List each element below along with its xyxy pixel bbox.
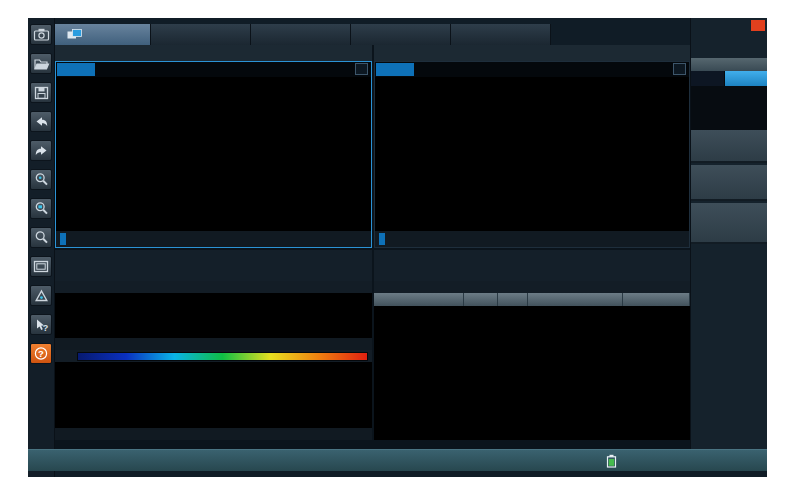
tab-multiview[interactable] — [55, 24, 151, 45]
open-folder-icon[interactable] — [30, 53, 52, 74]
zoom-area-icon[interactable] — [30, 198, 52, 219]
vna2-window[interactable] — [374, 61, 690, 248]
spectrogram-titlebar[interactable] — [55, 350, 372, 362]
table-row[interactable] — [374, 319, 690, 332]
continuous-sequence-button[interactable] — [691, 130, 767, 163]
battery-icon — [606, 454, 617, 468]
sequencer-toggle — [691, 71, 767, 86]
marker-table-rows — [374, 306, 690, 332]
tab-spectrum[interactable] — [351, 24, 451, 45]
spectrogram-plot[interactable] — [55, 362, 372, 428]
sidebar-spacer — [691, 86, 767, 130]
window-select[interactable] — [673, 63, 686, 75]
help-icon[interactable]: ? — [30, 343, 52, 364]
main-panels — [55, 45, 690, 449]
tab-spectrum2[interactable] — [451, 24, 551, 45]
svg-text:?: ? — [42, 322, 48, 332]
instrument-window: ? ? — [28, 18, 767, 477]
single-sequence-button[interactable] — [691, 165, 767, 201]
battery-indicator — [606, 454, 621, 468]
screenshot-root: { "chrome": { "close_glyph": "×", "caret… — [0, 0, 790, 496]
sequencer-on-button[interactable] — [691, 71, 725, 86]
close-icon[interactable] — [751, 20, 765, 31]
left-column — [55, 45, 372, 449]
channel-tab-bar — [55, 24, 690, 45]
save-icon[interactable] — [30, 82, 52, 103]
svg-text:?: ? — [38, 348, 44, 359]
spectrogram-footer — [55, 428, 372, 440]
zoom-off-icon[interactable] — [30, 227, 52, 248]
channel-badge[interactable] — [379, 233, 385, 245]
toolbar: ? ? — [28, 18, 55, 477]
spectrum-panel-title — [55, 250, 122, 281]
tab-vna2[interactable] — [251, 24, 351, 45]
frequency-sweep-titlebar[interactable] — [55, 281, 372, 293]
marker-table-header — [374, 293, 690, 306]
vna2-trace-header — [375, 62, 689, 77]
spectrum-header — [55, 250, 372, 281]
vna-trace-header — [56, 62, 371, 77]
vna-window[interactable] — [55, 61, 372, 248]
zoom-icon[interactable] — [30, 169, 52, 190]
status-bar — [28, 449, 767, 471]
undo-icon[interactable] — [30, 111, 52, 132]
vna2-footer — [375, 231, 689, 247]
sequencer-label — [691, 58, 767, 71]
channel-badge[interactable] — [60, 233, 66, 245]
spectrum2-header — [374, 250, 690, 281]
spectrogram-color-legend — [77, 352, 368, 361]
sequencer-off-button[interactable] — [725, 71, 767, 86]
marker-table-titlebar[interactable] — [374, 281, 690, 293]
spectrum2-empty-area — [374, 332, 690, 440]
frequency-sweep-plot[interactable] — [55, 293, 372, 338]
vna-footer — [56, 231, 371, 247]
camera-icon[interactable] — [30, 24, 52, 45]
vna-plot[interactable] — [56, 77, 371, 232]
chan-setup-defined-sequence-button[interactable] — [691, 203, 767, 244]
smith-chart-plot[interactable] — [375, 77, 689, 232]
display-icon[interactable] — [30, 256, 52, 277]
redo-icon[interactable] — [30, 140, 52, 161]
help-pointer-icon[interactable]: ? — [30, 314, 52, 335]
spectrum2-panel-title — [374, 250, 441, 281]
softkey-sidebar — [690, 18, 767, 449]
window-select[interactable] — [355, 63, 368, 75]
frequency-sweep-footer — [55, 338, 372, 350]
vna-panel-title — [55, 45, 372, 61]
vna2-panel-title — [374, 45, 690, 61]
sequence-refresh-icon[interactable] — [30, 285, 52, 306]
multiview-icon — [67, 29, 82, 40]
tab-vna[interactable] — [151, 24, 251, 45]
right-column — [374, 45, 690, 449]
table-row[interactable] — [374, 306, 690, 319]
